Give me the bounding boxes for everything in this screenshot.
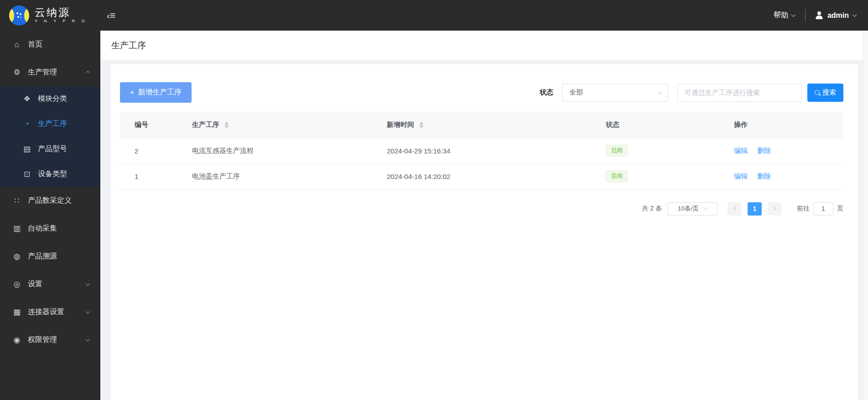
sidebar-item-settings[interactable]: ◎ 设置 <box>0 270 100 298</box>
column-header-actions: 操作 <box>728 112 843 138</box>
help-menu[interactable]: 帮助 <box>774 11 795 20</box>
search-button-label: 搜索 <box>822 88 836 97</box>
add-process-label: 新增生产工序 <box>138 88 182 97</box>
sort-icon[interactable] <box>224 122 229 128</box>
pagination: 共 2 条 10条/页 1 前往 页 <box>120 202 843 216</box>
chevron-down-icon <box>658 89 662 94</box>
topbar: 云纳源 Y N Y P R O ‹≡ 帮助 admin <box>0 0 868 31</box>
edit-link[interactable]: 编辑 <box>734 147 748 154</box>
column-header-id: 编号 <box>120 112 187 138</box>
sidebar-item-device-type[interactable]: ⊡ 设备类型 <box>0 162 100 187</box>
edit-link[interactable]: 编辑 <box>734 172 748 180</box>
company-logo-icon <box>9 5 29 26</box>
search-button[interactable]: 搜索 <box>807 84 843 102</box>
sidebar-item-label: 产品型号 <box>38 144 67 154</box>
sidebar-item-permission-management[interactable]: ◉ 权限管理 <box>0 326 100 354</box>
page-number-button[interactable]: 1 <box>748 202 762 216</box>
sidebar-item-label: 设置 <box>28 279 42 289</box>
brand-logo: 云纳源 Y N Y P R O <box>9 5 88 26</box>
plus-icon: + <box>130 89 134 97</box>
user-menu[interactable]: admin <box>816 11 856 20</box>
monitor-icon: ⊡ <box>21 169 32 179</box>
chevron-down-icon <box>86 309 90 314</box>
sidebar-item-module-category[interactable]: ❖ 模块分类 <box>0 86 100 111</box>
page-size-value: 10条/页 <box>678 205 699 213</box>
cell-created-time: 2024-04-29 15:16:34 <box>381 138 600 163</box>
gear-icon: ⚙ <box>11 68 22 77</box>
table-header-row: 编号 生产工序 新增时间 状态 <box>120 112 843 138</box>
toolbar: + 新增生产工序 状态 全部 搜索 <box>120 82 843 103</box>
sidebar-item-label: 首页 <box>28 40 42 49</box>
page-unit-label: 页 <box>837 205 843 213</box>
cell-process-name: 电流互感器生产流程 <box>187 138 381 163</box>
chevron-down-icon <box>86 281 90 286</box>
sidebar-item-auto-collect[interactable]: ▥ 自动采集 <box>0 215 100 242</box>
sidebar-item-connector-settings[interactable]: ▦ 连接器设置 <box>0 298 100 326</box>
sidebar-item-label: 设备类型 <box>38 169 67 179</box>
delete-link[interactable]: 删除 <box>757 172 771 180</box>
scrollbar[interactable] <box>863 31 868 400</box>
sidebar-item-production-management[interactable]: ⚙ 生产管理 <box>0 58 100 86</box>
delete-link[interactable]: 删除 <box>757 147 771 154</box>
grid-icon: ❖ <box>21 94 32 104</box>
column-header-process-name[interactable]: 生产工序 <box>187 112 381 138</box>
page-title: 生产工序 <box>111 40 146 52</box>
status-badge: 启用 <box>606 170 628 182</box>
chevron-down-icon <box>86 337 90 342</box>
cell-id: 1 <box>120 163 187 189</box>
process-clock-icon: ◔ <box>21 120 32 129</box>
brand-name: 云纳源 <box>35 7 88 18</box>
search-icon <box>815 90 820 95</box>
pagination-total: 共 2 条 <box>642 205 662 213</box>
search-input[interactable] <box>677 84 802 102</box>
product-model-icon: ▤ <box>21 144 32 154</box>
sidebar-item-home[interactable]: ⌂ 首页 <box>0 31 100 58</box>
chevron-down-icon <box>791 12 795 17</box>
sidebar-item-production-process[interactable]: ◔ 生产工序 <box>0 111 100 137</box>
chevron-right-icon <box>772 207 776 211</box>
next-page-button[interactable] <box>768 202 782 216</box>
prev-page-button[interactable] <box>728 202 742 216</box>
process-table: 编号 生产工序 新增时间 状态 <box>120 112 843 189</box>
page-header: 生产工序 <box>100 31 868 61</box>
user-icon <box>816 11 823 19</box>
chevron-down-icon <box>704 206 707 210</box>
sort-icon[interactable] <box>419 122 424 128</box>
column-header-status: 状态 <box>600 112 728 138</box>
goto-label: 前往 <box>797 205 810 213</box>
cell-id: 2 <box>120 138 187 163</box>
chevron-down-icon <box>852 12 857 17</box>
cell-process-name: 电池盖生产工序 <box>187 163 381 189</box>
dashboard-icon: ⌂ <box>11 40 22 49</box>
sidebar-item-product-trace[interactable]: ◍ 产品溯源 <box>0 242 100 270</box>
main-area: 生产工序 + 新增生产工序 状态 全部 搜索 <box>100 31 868 400</box>
brand-subtitle: Y N Y P R O <box>35 19 88 23</box>
chevron-up-icon <box>86 71 90 75</box>
status-select[interactable]: 全部 <box>562 84 668 102</box>
document-lines-icon: ▥ <box>11 224 22 233</box>
sidebar-item-label: 生产管理 <box>28 68 57 77</box>
chevron-left-icon <box>733 207 737 211</box>
username: admin <box>827 11 849 20</box>
permission-icon: ◉ <box>11 335 22 345</box>
sidebar-fold-icon[interactable]: ‹≡ <box>107 11 115 20</box>
sidebar-item-label: 自动采集 <box>28 224 57 233</box>
sidebar-item-label: 生产工序 <box>38 119 67 129</box>
status-select-value: 全部 <box>569 88 583 97</box>
table-row: 1 电池盖生产工序 2024-04-16 14:20:02 启用 编辑 删除 <box>120 163 843 189</box>
status-filter-label: 状态 <box>540 88 553 97</box>
data-nodes-icon: ∷ <box>11 196 22 205</box>
connector-icon: ▦ <box>11 307 22 317</box>
content-card: + 新增生产工序 状态 全部 搜索 <box>110 64 858 400</box>
sidebar-item-label: 权限管理 <box>28 335 57 345</box>
cell-created-time: 2024-04-16 14:20:02 <box>381 163 600 189</box>
goto-page-input[interactable] <box>813 202 833 216</box>
sidebar-item-product-model[interactable]: ▤ 产品型号 <box>0 137 100 162</box>
column-header-created-time[interactable]: 新增时间 <box>381 112 600 138</box>
sidebar-item-data-collection-definition[interactable]: ∷ 产品数采定义 <box>0 187 100 215</box>
topbar-divider <box>805 9 806 22</box>
sidebar-item-label: 产品数采定义 <box>28 196 72 205</box>
help-label: 帮助 <box>774 11 788 20</box>
page-size-select[interactable]: 10条/页 <box>667 202 717 216</box>
add-process-button[interactable]: + 新增生产工序 <box>120 82 192 103</box>
